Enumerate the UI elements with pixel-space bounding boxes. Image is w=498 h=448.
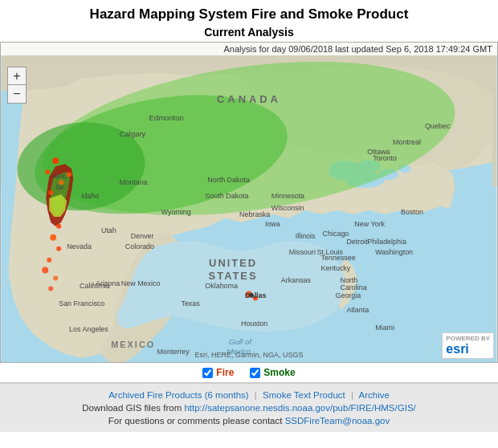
- svg-text:Nevada: Nevada: [67, 242, 92, 250]
- svg-point-12: [50, 234, 56, 241]
- svg-point-8: [14, 117, 149, 216]
- svg-text:Detroit: Detroit: [346, 238, 368, 246]
- svg-point-11: [56, 224, 61, 229]
- zoom-in-button[interactable]: +: [8, 67, 26, 85]
- smoke-checkbox[interactable]: [250, 368, 260, 378]
- svg-text:CANADA: CANADA: [217, 93, 281, 105]
- svg-text:Montreal: Montreal: [393, 138, 421, 146]
- svg-text:California: California: [80, 282, 110, 290]
- svg-text:Vanc.: Vanc.: [51, 172, 67, 180]
- svg-point-20: [67, 172, 71, 177]
- svg-text:North: North: [340, 276, 357, 284]
- svg-point-17: [48, 286, 53, 291]
- fire-legend-item[interactable]: Fire: [202, 367, 234, 378]
- svg-text:Illinois: Illinois: [296, 232, 316, 240]
- svg-point-21: [246, 291, 252, 297]
- svg-point-7: [26, 77, 297, 231]
- contact-text: For questions or comments please contact: [108, 416, 283, 426]
- svg-text:Tennessee: Tennessee: [321, 254, 356, 262]
- svg-text:MEXICO: MEXICO: [111, 340, 155, 349]
- fire-checkbox[interactable]: [202, 368, 213, 378]
- svg-text:Utah: Utah: [101, 226, 116, 234]
- svg-point-15: [42, 267, 48, 274]
- svg-point-10: [45, 169, 50, 174]
- archived-fire-link[interactable]: Archived Fire Products (6 months): [108, 390, 248, 400]
- svg-text:North Dakota: North Dakota: [207, 176, 250, 184]
- esri-brand: esri: [446, 342, 490, 356]
- svg-text:Gulf of: Gulf of: [229, 337, 252, 346]
- download-url-link[interactable]: http://satepsanone.nesdis.noaa.gov/pub/F…: [184, 403, 415, 413]
- contact-row: For questions or comments please contact…: [8, 414, 490, 427]
- smoke-text-link[interactable]: Smoke Text Product: [263, 390, 345, 400]
- svg-text:Wyoming: Wyoming: [161, 208, 191, 216]
- svg-rect-0: [2, 43, 497, 362]
- svg-text:Houston: Houston: [241, 320, 267, 328]
- map-attribution: Esri, HERE, Garmin, NGA, USGS: [194, 351, 303, 359]
- zoom-out-button[interactable]: −: [8, 85, 26, 103]
- svg-text:Miami: Miami: [375, 324, 394, 332]
- esri-powered-label: POWERED BY: [446, 335, 490, 342]
- analysis-bar: Analysis for day 09/06/2018 last updated…: [1, 43, 497, 55]
- svg-text:Kentucky: Kentucky: [321, 264, 351, 272]
- svg-point-54: [249, 293, 253, 297]
- smoke-legend-item[interactable]: Smoke: [250, 367, 295, 378]
- fire-legend-label: Fire: [216, 367, 234, 378]
- svg-text:Wisconsin: Wisconsin: [271, 204, 304, 212]
- svg-text:Atlanta: Atlanta: [346, 306, 369, 314]
- download-text: Download GIS files from: [82, 403, 182, 413]
- archive-link[interactable]: Archive: [359, 390, 390, 400]
- svg-text:Oklahoma: Oklahoma: [205, 282, 238, 290]
- svg-text:Minnesota: Minnesota: [271, 192, 304, 200]
- svg-text:Calgary: Calgary: [120, 129, 146, 138]
- svg-text:Colorado: Colorado: [125, 242, 154, 250]
- svg-point-19: [48, 190, 53, 195]
- svg-text:Arkansas: Arkansas: [281, 276, 312, 284]
- svg-text:Ottawa: Ottawa: [367, 148, 390, 156]
- contact-email-link[interactable]: SSDFireTeam@noaa.gov: [285, 416, 390, 426]
- svg-text:Georgia: Georgia: [335, 291, 361, 299]
- svg-text:Iowa: Iowa: [265, 220, 280, 228]
- svg-text:St.Louis: St.Louis: [317, 248, 344, 256]
- svg-text:Se.: Se.: [55, 183, 66, 191]
- svg-text:Chicago: Chicago: [323, 230, 349, 238]
- svg-point-3: [345, 172, 385, 188]
- svg-point-13: [56, 246, 61, 251]
- page-title: Hazard Mapping System Fire and Smoke Pro…: [0, 0, 498, 24]
- svg-text:Nebraska: Nebraska: [239, 210, 270, 218]
- separator-2: |: [351, 390, 353, 400]
- svg-text:Toronto: Toronto: [373, 154, 397, 162]
- svg-point-1: [329, 161, 361, 180]
- svg-text:Arizona: Arizona: [96, 279, 120, 287]
- svg-text:Monterrey: Monterrey: [157, 348, 190, 356]
- separator-1: |: [255, 390, 257, 400]
- svg-text:Texas: Texas: [181, 299, 200, 307]
- svg-point-18: [59, 180, 63, 185]
- svg-text:Idaho: Idaho: [81, 192, 99, 200]
- svg-point-16: [53, 276, 58, 281]
- footer: Archived Fire Products (6 months) | Smok…: [0, 383, 498, 432]
- svg-text:Washington: Washington: [375, 248, 413, 256]
- svg-text:Dallas: Dallas: [245, 291, 266, 299]
- zoom-controls[interactable]: + −: [7, 67, 27, 104]
- download-row: Download GIS files from http://satepsano…: [8, 401, 490, 414]
- svg-text:San Francisco: San Francisco: [59, 299, 104, 307]
- svg-text:Edmonton: Edmonton: [149, 113, 184, 122]
- svg-point-5: [398, 165, 411, 173]
- svg-point-14: [47, 258, 51, 263]
- svg-point-9: [52, 157, 59, 164]
- svg-point-4: [379, 169, 398, 180]
- smoke-legend-label: Smoke: [263, 367, 295, 378]
- svg-text:Quebec: Quebec: [425, 122, 451, 130]
- svg-text:New Mexico: New Mexico: [121, 279, 161, 287]
- legend-row: Fire Smoke: [0, 363, 498, 383]
- svg-text:Montana: Montana: [120, 178, 148, 186]
- svg-point-6: [33, 43, 464, 238]
- map-container: CANADA UNITED STATES MEXICO Edmonton Cal…: [0, 42, 498, 363]
- subtitle: Current Analysis: [0, 24, 498, 42]
- svg-text:South Dakota: South Dakota: [205, 192, 248, 200]
- svg-text:Boston: Boston: [401, 208, 423, 216]
- svg-text:New York: New York: [354, 220, 385, 228]
- footer-links-row: Archived Fire Products (6 months) | Smok…: [8, 389, 490, 401]
- svg-text:UNITED: UNITED: [209, 257, 257, 269]
- svg-point-2: [357, 160, 381, 173]
